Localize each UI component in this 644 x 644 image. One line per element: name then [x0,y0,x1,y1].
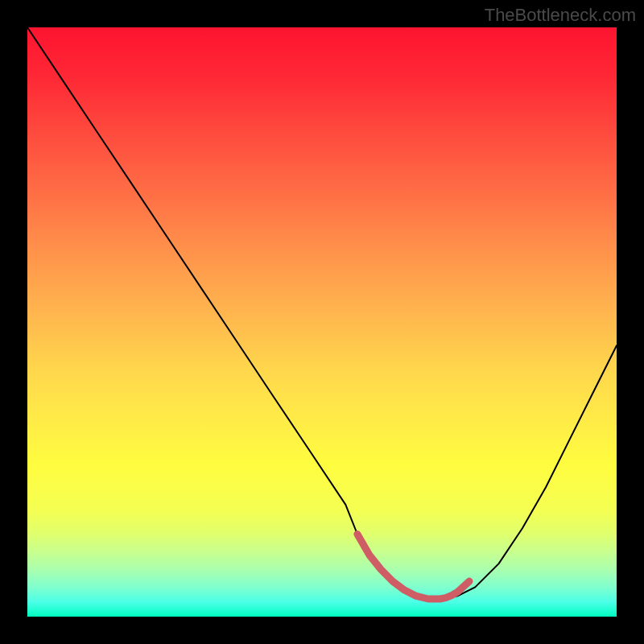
gradient-background [27,27,617,617]
watermark-text: TheBottleneck.com [485,5,636,26]
chart-canvas [27,27,617,617]
bottleneck-chart [27,27,617,617]
